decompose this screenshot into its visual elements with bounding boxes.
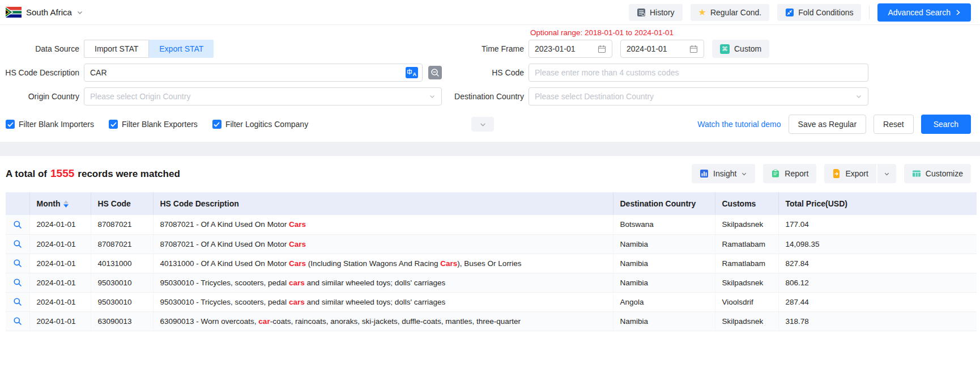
cell-customs: Skilpadsnek (715, 273, 778, 292)
cell-month: 2024-01-01 (29, 254, 91, 273)
cell-destination: Namibia (613, 234, 715, 254)
report-button[interactable]: Report (763, 164, 816, 183)
chevron-down-icon (429, 93, 436, 100)
row-detail-button[interactable] (6, 273, 29, 292)
cell-total-price: 318.78 (778, 311, 977, 331)
cell-description: 87087021 - Of A Kind Used On Motor Cars (153, 234, 613, 254)
calendar-icon (689, 45, 698, 53)
origin-country-label: Origin Country (5, 92, 79, 101)
hs-desc-input[interactable] (84, 64, 423, 82)
destination-country-label: Destination Country (453, 92, 524, 101)
table-body: 2024-01-01 87087021 87087021 - Of A Kind… (6, 215, 977, 331)
collapse-conditions-button[interactable] (471, 117, 494, 132)
history-button[interactable]: History (629, 4, 683, 21)
origin-placeholder: Please select Origin Country (90, 92, 190, 101)
topbar: South Africa History ★ (0, 0, 980, 25)
cell-hs-code: 63090013 (91, 311, 153, 331)
cell-destination: Namibia (613, 273, 715, 292)
cell-destination: Namibia (613, 311, 715, 331)
custom-range-button[interactable]: ⌘ Custom (712, 40, 769, 58)
import-stat-option[interactable]: Import STAT (84, 40, 149, 58)
exclude-keyword-button[interactable] (428, 65, 443, 80)
insight-icon (700, 169, 709, 178)
zoom-out-search-icon (428, 66, 442, 79)
customize-icon (912, 169, 921, 178)
regular-cond-button[interactable]: ★ Regular Cond. (691, 4, 770, 21)
south-africa-flag-icon (6, 7, 22, 18)
insight-button[interactable]: Insight (692, 164, 755, 183)
custom-label: Custom (734, 44, 761, 53)
customize-button[interactable]: Customize (904, 164, 971, 183)
command-icon: ⌘ (720, 44, 730, 54)
data-source-segmented: Import STAT Export STAT (84, 40, 214, 58)
export-button[interactable]: Export (824, 164, 876, 183)
chevron-down-icon (479, 121, 487, 128)
data-source-label: Data Source (5, 44, 79, 53)
svg-text:A: A (413, 71, 417, 77)
results-section: A total of1555records were matched Insig… (0, 156, 980, 331)
cell-destination: Angola (613, 292, 715, 311)
cell-customs: Ramatlabam (715, 234, 778, 254)
filter-logitics-company-checkbox[interactable]: Filter Logitics Company (212, 120, 308, 129)
header-detail-col (6, 192, 29, 215)
filters-row: Filter Blank Importers Filter Blank Expo… (5, 115, 971, 134)
translate-icon[interactable]: A (406, 67, 418, 78)
row-detail-button[interactable] (6, 254, 29, 273)
fold-conditions-label: Fold Conditions (798, 8, 853, 17)
regular-cond-label: Regular Cond. (710, 8, 761, 17)
header-customs: Customs (715, 192, 778, 215)
save-as-regular-button[interactable]: Save as Regular (789, 115, 867, 134)
chevron-down-icon (855, 93, 862, 100)
table-row: 2024-01-01 87087021 87087021 - Of A Kind… (6, 234, 977, 254)
fold-conditions-button[interactable]: Fold Conditions (777, 4, 861, 21)
optional-range-text: Optional range: 2018-01-01 to 2024-01-01 (530, 28, 674, 37)
hs-code-input[interactable] (529, 64, 868, 82)
filter-blank-exporters-checkbox[interactable]: Filter Blank Exporters (109, 120, 198, 129)
row-detail-button[interactable] (6, 311, 29, 331)
destination-country-select[interactable]: Please select Destination Country (529, 87, 868, 106)
country-name: South Africa (26, 7, 72, 17)
cell-description: 87087021 - Of A Kind Used On Motor Cars (153, 215, 613, 234)
star-icon: ★ (698, 8, 706, 17)
search-button[interactable]: Search (921, 115, 971, 134)
cell-customs: Ramatlabam (715, 254, 778, 273)
month-header-label: Month (37, 199, 61, 208)
month-sort-control[interactable]: Month (37, 199, 84, 208)
export-stat-option[interactable]: Export STAT (149, 40, 214, 58)
reset-button[interactable]: Reset (874, 115, 914, 134)
cell-total-price: 287.44 (778, 292, 977, 311)
results-toolbar: Insight Report (692, 164, 971, 183)
checkbox-checked-icon (212, 120, 221, 129)
origin-country-select[interactable]: Please select Origin Country (84, 87, 442, 106)
destination-placeholder: Please select Destination Country (535, 92, 654, 101)
end-date-picker[interactable]: 2024-01-01 (620, 40, 704, 58)
export-dropdown-button[interactable] (877, 164, 896, 183)
advanced-search-label: Advanced Search (888, 8, 951, 17)
insight-label: Insight (713, 169, 736, 178)
tutorial-demo-link[interactable]: Watch the tutorial demo (697, 120, 781, 129)
row-detail-button[interactable] (6, 215, 29, 234)
filter-logitics-company-label: Filter Logitics Company (225, 120, 308, 129)
cell-total-price: 177.04 (778, 215, 977, 234)
topbar-actions: History ★ Regular Cond. Fold Conditions (629, 3, 971, 22)
results-table: Month HS Code HS Code Description Destin… (6, 192, 977, 331)
table-header-row: Month HS Code HS Code Description Destin… (6, 192, 977, 215)
country-selector[interactable]: South Africa (6, 7, 83, 18)
fold-icon (785, 8, 794, 17)
end-date-value: 2024-01-01 (627, 44, 667, 53)
row-detail-button[interactable] (6, 234, 29, 254)
cell-month: 2024-01-01 (29, 311, 91, 331)
export-split-button: Export (824, 164, 896, 183)
cell-customs: Skilpadsnek (715, 311, 778, 331)
start-date-picker[interactable]: 2023-01-01 (529, 40, 612, 58)
filter-blank-importers-label: Filter Blank Importers (19, 120, 94, 129)
row-detail-button[interactable] (6, 292, 29, 311)
calendar-icon (598, 45, 606, 53)
table-row: 2024-01-01 87087021 87087021 - Of A Kind… (6, 215, 977, 234)
cell-month: 2024-01-01 (29, 292, 91, 311)
results-summary: A total of1555records were matched (6, 167, 180, 180)
filter-blank-importers-checkbox[interactable]: Filter Blank Importers (6, 120, 94, 129)
divider (869, 6, 870, 19)
cell-hs-code: 95030010 (91, 273, 153, 292)
advanced-search-button[interactable]: Advanced Search (877, 3, 971, 22)
